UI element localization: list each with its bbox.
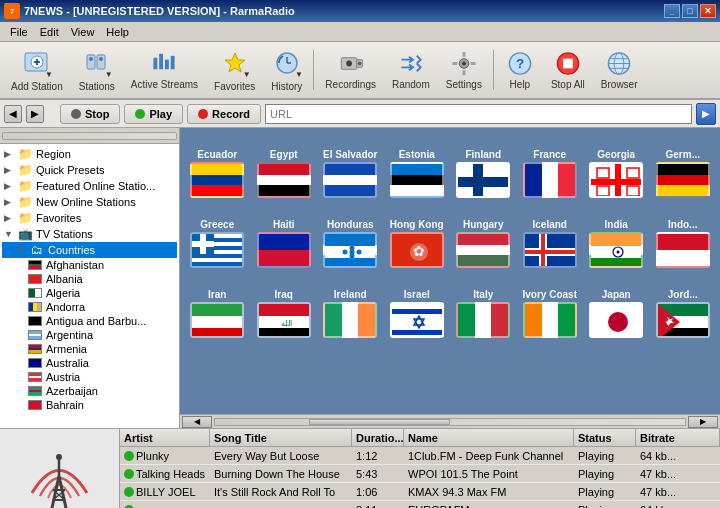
nav-forward-button[interactable]: ▶ [26, 105, 44, 123]
maximize-button[interactable]: □ [682, 4, 698, 18]
flag-ecuador [190, 162, 244, 198]
record-label: Record [212, 108, 250, 120]
col-bitrate[interactable]: Bitrate [636, 429, 720, 446]
country-italy[interactable]: Italy [450, 272, 517, 342]
col-song[interactable]: Song Title [210, 429, 352, 446]
flag-iceland [523, 232, 577, 268]
country-haiti[interactable]: Haiti [251, 202, 318, 272]
sidebar-item-region[interactable]: ▶ 📁 Region [2, 146, 177, 162]
flag-finland [456, 162, 510, 198]
country-indonesia[interactable]: Indo... [650, 202, 717, 272]
sidebar-item-bahrain[interactable]: Bahrain [2, 398, 177, 412]
flag-egypt [257, 162, 311, 198]
col-duration[interactable]: Duratio... [352, 429, 404, 446]
menu-help[interactable]: Help [100, 24, 135, 40]
country-iceland[interactable]: Iceland [517, 202, 584, 272]
close-button[interactable]: ✕ [700, 4, 716, 18]
content-scrollbar[interactable]: ◀ ▶ [180, 414, 720, 428]
svg-point-7 [99, 57, 103, 61]
menu-file[interactable]: File [4, 24, 34, 40]
active-streams-button[interactable]: Active Streams [124, 45, 205, 95]
country-ireland[interactable]: Ireland [317, 272, 384, 342]
sidebar-item-australia[interactable]: Australia [2, 356, 177, 370]
country-greece[interactable]: Greece [184, 202, 251, 272]
table-row[interactable]: 8:11 EUROPAFM Playing 64 kb... [120, 501, 720, 508]
nav-back-button[interactable]: ◀ [4, 105, 22, 123]
browser-label: Browser [601, 79, 638, 90]
col-artist[interactable]: Artist [120, 429, 210, 446]
sidebar-item-argentina[interactable]: Argentina [2, 328, 177, 342]
add-station-button[interactable]: ▼ Add Station [4, 45, 70, 95]
sidebar-item-azerbaijan[interactable]: Azerbaijan [2, 384, 177, 398]
country-ivory-coast[interactable]: Ivory Coast [517, 272, 584, 342]
window-controls[interactable]: _ □ ✕ [664, 4, 716, 18]
history-label: History [271, 81, 302, 92]
settings-button[interactable]: Settings [439, 45, 489, 95]
country-finland[interactable]: Finland [450, 132, 517, 202]
country-france[interactable]: France [517, 132, 584, 202]
country-estonia[interactable]: Estonia [384, 132, 451, 202]
minimize-button[interactable]: _ [664, 4, 680, 18]
stop-indicator [71, 109, 81, 119]
sidebar-item-algeria[interactable]: Algeria [2, 286, 177, 300]
url-input[interactable] [265, 104, 692, 124]
sidebar-item-afghanistan[interactable]: Afghanistan [2, 258, 177, 272]
country-georgia[interactable]: Georgia [583, 132, 650, 202]
recordings-button[interactable]: Recordings [318, 45, 383, 95]
table-row[interactable]: Plunky Every Way But Loose 1:12 1Club.FM… [120, 447, 720, 465]
svg-point-100 [56, 454, 62, 460]
country-jordan[interactable]: Jord... [650, 272, 717, 342]
menu-view[interactable]: View [65, 24, 101, 40]
col-name[interactable]: Name [404, 429, 574, 446]
svg-text:?: ? [516, 56, 524, 71]
sidebar-item-austria[interactable]: Austria [2, 370, 177, 384]
country-honduras[interactable]: Honduras [317, 202, 384, 272]
menu-edit[interactable]: Edit [34, 24, 65, 40]
flag-ireland [323, 302, 377, 338]
sidebar-item-new-online[interactable]: ▶ 📁 New Online Stations [2, 194, 177, 210]
table-row[interactable]: Talking Heads Burning Down The House 5:4… [120, 465, 720, 483]
flag-iran [190, 302, 244, 338]
flag-india [589, 232, 643, 268]
sidebar-item-favorites[interactable]: ▶ 📁 Favorites [2, 210, 177, 226]
bottom-area: 🔈 ◀◀ ▶▶ Artist Song Title Duratio... Nam… [0, 428, 720, 508]
svg-rect-37 [473, 164, 483, 198]
country-el-salvador[interactable]: El Salvador [317, 132, 384, 202]
help-label: Help [510, 79, 531, 90]
country-ecuador[interactable]: Ecuador [184, 132, 251, 202]
browser-button[interactable]: Browser [594, 45, 645, 95]
random-button[interactable]: Random [385, 45, 437, 95]
favorites-button[interactable]: ▼ Favorites [207, 45, 262, 95]
country-india[interactable]: India [583, 202, 650, 272]
sidebar-item-andorra[interactable]: Andorra [2, 300, 177, 314]
stop-all-button[interactable]: Stop All [544, 45, 592, 95]
go-button[interactable]: ▶ [696, 103, 716, 125]
sidebar-item-quick-presets[interactable]: ▶ 📁 Quick Presets [2, 162, 177, 178]
sidebar-item-featured[interactable]: ▶ 📁 Featured Online Statio... [2, 178, 177, 194]
country-iraq[interactable]: Iraq الله [251, 272, 318, 342]
stop-button[interactable]: Stop [60, 104, 120, 124]
toolbar-separator-1 [313, 50, 314, 90]
stations-button[interactable]: ▼ Stations [72, 45, 122, 95]
help-button[interactable]: ? Help [498, 45, 542, 95]
sidebar-scrollbar[interactable] [0, 128, 179, 144]
sidebar-item-antigua[interactable]: Antigua and Barbu... [2, 314, 177, 328]
country-egypt[interactable]: Egypt [251, 132, 318, 202]
country-israel[interactable]: Israel [384, 272, 451, 342]
track-rows-container: Plunky Every Way But Loose 1:12 1Club.FM… [120, 447, 720, 508]
sidebar-item-tv-stations[interactable]: ▼ 📺 TV Stations [2, 226, 177, 242]
sidebar-item-armenia[interactable]: Armenia [2, 342, 177, 356]
col-status[interactable]: Status [574, 429, 636, 446]
country-hungary[interactable]: Hungary [450, 202, 517, 272]
country-hong-kong[interactable]: Hong Kong ✿ [384, 202, 451, 272]
sidebar-item-countries[interactable]: ▼ 🗂 Countries [2, 242, 177, 258]
table-row[interactable]: BILLY JOEL It's Still Rock And Roll To 1… [120, 483, 720, 501]
sidebar-item-albania[interactable]: Albania [2, 272, 177, 286]
play-button[interactable]: Play [124, 104, 183, 124]
country-germany[interactable]: Germ... [650, 132, 717, 202]
record-button[interactable]: Record [187, 104, 261, 124]
country-japan[interactable]: Japan [583, 272, 650, 342]
svg-point-73 [617, 251, 620, 254]
history-button[interactable]: ▼ History [264, 45, 309, 95]
country-iran[interactable]: Iran [184, 272, 251, 342]
